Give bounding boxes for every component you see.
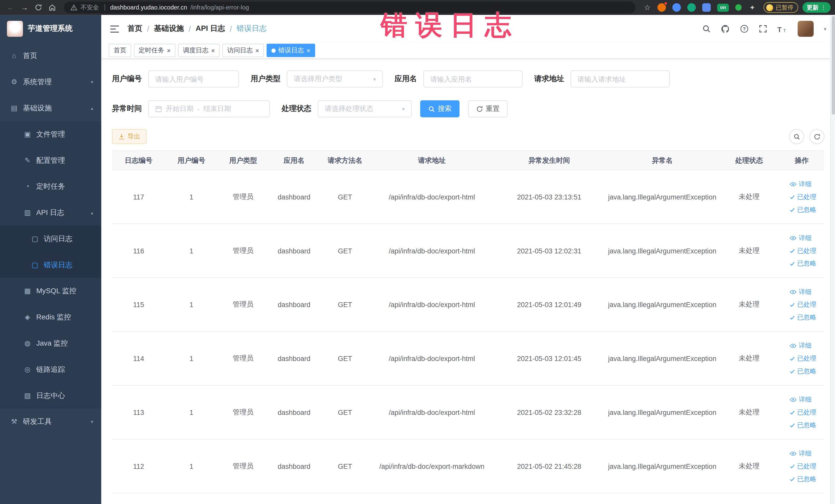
eye-icon <box>790 236 796 240</box>
extension-icon-3[interactable] <box>687 3 696 12</box>
export-button[interactable]: 导出 <box>112 129 147 144</box>
tag-access-log[interactable]: 访问日志 × <box>222 44 264 57</box>
sidebar-item-mysql[interactable]: ▦ MySQL 监控 <box>0 278 101 304</box>
eye-icon <box>790 182 796 186</box>
action-processed-link[interactable]: 已处理 <box>790 192 816 201</box>
browser-reload-icon[interactable] <box>32 1 45 14</box>
sidebar-item-job[interactable]: ◔ 定时任务 <box>0 173 101 200</box>
refresh-table-button[interactable] <box>809 129 824 144</box>
bookmark-star-icon[interactable]: ☆ <box>641 1 654 14</box>
sidebar-item-error-log[interactable]: ▢ 错误日志 <box>0 251 101 278</box>
help-icon[interactable]: ? <box>740 25 749 33</box>
sidebar-item-log-center[interactable]: ▧ 日志中心 <box>0 382 101 408</box>
action-ignored-link[interactable]: 已忽略 <box>790 421 816 429</box>
breadcrumb: 首页/基础设施/API 日志/错误日志 <box>127 24 266 33</box>
url-host: dashboard.yudao.iocoder.cn <box>110 4 187 11</box>
action-detail-link[interactable]: 详细 <box>790 287 811 296</box>
extension-icon-4[interactable] <box>702 3 711 12</box>
browser-home-icon[interactable] <box>46 1 59 14</box>
font-size-icon[interactable]: TT <box>777 25 787 33</box>
fullscreen-icon[interactable] <box>759 25 767 33</box>
browser-back-icon[interactable]: ← <box>4 1 17 14</box>
sidebar-item-java[interactable]: ◍ Java 监控 <box>0 330 101 356</box>
close-icon[interactable]: × <box>256 47 259 54</box>
sidebar-item-system[interactable]: ⚙ 系统管理 ▾ <box>0 69 101 95</box>
scrollbar[interactable] <box>830 15 835 504</box>
table-tools <box>789 129 824 144</box>
tag-job[interactable]: 定时任务 × <box>134 44 175 57</box>
action-ignored-link[interactable]: 已忽略 <box>790 259 816 268</box>
extension-on-badge[interactable]: on <box>717 4 729 12</box>
address-divider <box>104 4 105 11</box>
date-range-picker[interactable]: 开始日期 - 结束日期 <box>148 100 270 117</box>
avatar[interactable] <box>797 21 813 37</box>
close-icon[interactable]: × <box>211 47 215 54</box>
sidebar-item-home[interactable]: ⌂ 首页 <box>0 43 101 69</box>
sidebar-item-api-log[interactable]: ▥ API 日志 ▴ <box>0 200 101 226</box>
app-name-input[interactable] <box>423 70 522 87</box>
breadcrumb-item[interactable]: API 日志 <box>196 24 225 33</box>
tag-error-log[interactable]: 错误日志 × <box>267 44 315 57</box>
breadcrumb-item[interactable]: 首页 <box>127 24 142 33</box>
action-processed-link[interactable]: 已处理 <box>790 246 816 255</box>
filter-request-url: 请求地址 <box>534 70 670 87</box>
address-bar[interactable]: 不安全 dashboard.yudao.iocoder.cn/infra/log… <box>64 2 635 13</box>
user-id-input[interactable] <box>148 70 239 87</box>
sidebar-item-dev-tools[interactable]: ⚒ 研发工具 ▾ <box>0 408 101 435</box>
action-processed-link[interactable]: 已处理 <box>790 300 816 309</box>
chevron-down-icon[interactable]: ▾ <box>824 26 826 32</box>
tag-home[interactable]: 首页 <box>109 44 131 57</box>
sidebar-item-access-log[interactable]: ▢ 访问日志 <box>0 226 101 252</box>
hamburger-icon[interactable] <box>110 25 119 33</box>
profile-paused-badge[interactable]: 已暂停 <box>763 2 798 13</box>
action-detail-link[interactable]: 详细 <box>790 395 811 404</box>
action-detail-link[interactable]: 详细 <box>790 449 811 458</box>
search-button[interactable]: 搜索 <box>420 100 460 117</box>
extension-icon-5[interactable] <box>735 4 741 11</box>
request-url-input[interactable] <box>571 70 670 87</box>
sidebar-item-file[interactable]: ▣ 文件管理 <box>0 121 101 147</box>
close-icon[interactable]: × <box>167 47 171 54</box>
action-processed-link[interactable]: 已处理 <box>790 354 816 363</box>
search-icon[interactable] <box>702 25 711 33</box>
extension-pin-icon[interactable]: ✦ <box>748 3 756 12</box>
table-cell: 1 <box>165 278 218 331</box>
scrollbar-thumb[interactable] <box>831 16 834 115</box>
breadcrumb-item[interactable]: 基础设施 <box>154 24 184 33</box>
action-processed-link[interactable]: 已处理 <box>790 408 816 417</box>
action-ignored-link[interactable]: 已忽略 <box>790 367 816 376</box>
sidebar-item-trace[interactable]: ◎ 链路追踪 <box>0 356 101 383</box>
action-processed-link[interactable]: 已处理 <box>790 462 816 471</box>
table-cell: 115 <box>112 278 165 331</box>
update-button[interactable]: 更新 ⋮ <box>802 2 831 13</box>
action-detail-link[interactable]: 详细 <box>790 180 811 188</box>
action-detail-link[interactable]: 详细 <box>790 234 811 242</box>
tag-job-log[interactable]: 调度日志 × <box>178 44 220 57</box>
process-status-select[interactable]: 请选择处理状态 ▾ <box>318 100 412 117</box>
sidebar-item-redis[interactable]: ◈ Redis 监控 <box>0 304 101 330</box>
action-detail-link[interactable]: 详细 <box>790 341 811 350</box>
user-type-select[interactable]: 请选择用户类型 ▾ <box>287 70 383 87</box>
table-cell: java.lang.IllegalArgumentException <box>605 331 719 385</box>
browser-forward-icon[interactable]: → <box>18 1 31 14</box>
sidebar-item-infra[interactable]: ▤ 基础设施 ▴ <box>0 95 101 121</box>
logo[interactable]: 芋道管理系统 <box>0 15 101 43</box>
app-name-input-field[interactable] <box>430 75 515 83</box>
action-label: 已忽略 <box>797 421 816 429</box>
action-ignored-link[interactable]: 已忽略 <box>790 313 816 322</box>
action-ignored-link[interactable]: 已忽略 <box>790 475 816 483</box>
action-ignored-link[interactable]: 已忽略 <box>790 205 816 214</box>
close-icon[interactable]: × <box>306 47 310 54</box>
request-url-input-field[interactable] <box>577 75 663 83</box>
user-id-input-field[interactable] <box>155 75 232 83</box>
table-cell: 2021-05-02 21:45:28 <box>493 439 605 493</box>
extension-icon-2[interactable] <box>672 3 681 12</box>
filter-form-row-2: 异常时间 开始日期 - 结束日期 处理状态 请选 <box>112 100 824 117</box>
check-icon <box>790 410 795 415</box>
toggle-search-button[interactable] <box>789 129 804 144</box>
reset-button[interactable]: 重置 <box>468 100 508 117</box>
sidebar-item-label: Redis 监控 <box>36 312 71 322</box>
extension-icon-1[interactable] <box>657 3 666 12</box>
github-icon[interactable] <box>721 24 730 33</box>
sidebar-item-config[interactable]: ✎ 配置管理 <box>0 147 101 173</box>
